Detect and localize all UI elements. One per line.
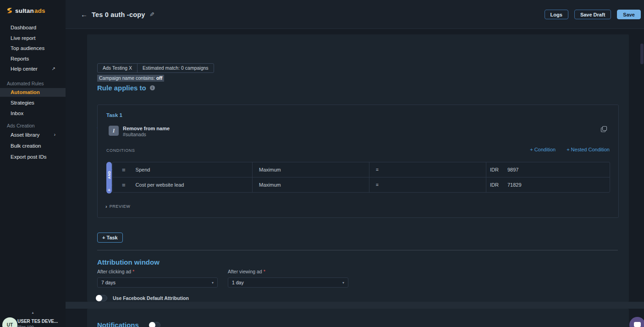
chevron-right-icon: › bbox=[54, 130, 55, 139]
add-task-button[interactable]: + Task bbox=[97, 233, 123, 243]
after-viewing-select[interactable]: 1 day ▾ bbox=[228, 277, 348, 288]
brand-logo[interactable]: sultan ads bbox=[6, 7, 45, 14]
sidebar-item-top-audiences[interactable]: Top audiences bbox=[0, 43, 66, 54]
and-operator-label: AND bbox=[107, 162, 111, 188]
sidebar-main-nav: Dashboard Live report Top audiences Repo… bbox=[0, 22, 66, 74]
sidebar-item-reports[interactable]: Reports bbox=[0, 54, 66, 64]
sidebar-item-export-post-ids[interactable]: Export post IDs bbox=[0, 152, 66, 161]
add-nested-condition-link[interactable]: + Nested Condition bbox=[567, 147, 610, 152]
title-row: ← Tes 0 auth -copy ✎ bbox=[81, 0, 154, 29]
sidebar-item-label: Asset library bbox=[11, 132, 39, 138]
campaign-filter-value: off bbox=[156, 75, 162, 81]
preview-toggle[interactable]: › PREVIEW bbox=[105, 204, 130, 209]
task-card: Task 1 I Remove from name #sultanads CON… bbox=[97, 105, 619, 218]
sidebar-item-label: Help center bbox=[11, 66, 38, 72]
duplicate-task-icon[interactable] bbox=[600, 126, 607, 134]
condition-comparator-cell[interactable]: = bbox=[369, 162, 486, 177]
condition-value-cell[interactable]: IDR 9897 bbox=[486, 162, 610, 177]
condition-links: + Condition + Nested Condition bbox=[530, 147, 610, 152]
condition-aggregation-cell[interactable]: Maximum bbox=[252, 162, 369, 177]
collapse-up-icon[interactable]: ▴ bbox=[0, 310, 66, 315]
audience-chip-match: Estimated match: 0 campaigns bbox=[137, 64, 214, 72]
action-title: Remove from name bbox=[123, 126, 170, 131]
section-label-ads-creation: Ads Creation bbox=[0, 123, 66, 128]
sidebar-item-label: Strategies bbox=[11, 100, 34, 105]
sidebar-item-asset-library[interactable]: Asset library › bbox=[0, 130, 66, 139]
sidebar-item-dashboard[interactable]: Dashboard bbox=[0, 22, 66, 33]
condition-row: ≡ Cost per website lead Maximum = IDR 71… bbox=[112, 177, 610, 193]
condition-amount: 71829 bbox=[507, 182, 522, 188]
facebook-default-attribution-row: Use Facebook Default Attribution bbox=[96, 295, 189, 301]
condition-value-cell[interactable]: IDR 71829 bbox=[486, 177, 610, 192]
sidebar-item-automation[interactable]: Automation bbox=[0, 88, 66, 97]
sidebar-item-help-center[interactable]: Help center ↗ bbox=[0, 64, 66, 74]
save-button[interactable]: Save bbox=[617, 10, 641, 19]
conditions-list: ≡ Spend Maximum = IDR 9897 ≡ Cost per we… bbox=[112, 162, 610, 193]
chevron-right-icon: › bbox=[105, 204, 107, 209]
caret-down-icon: ▾ bbox=[212, 281, 214, 285]
audience-chip[interactable]: Ads Testing X Estimated match: 0 campaig… bbox=[97, 63, 214, 73]
notifications-heading-row: Notifications bbox=[97, 321, 160, 327]
condition-amount: 9897 bbox=[507, 167, 518, 172]
sidebar: sultan ads Dashboard Live report Top aud… bbox=[0, 0, 66, 327]
condition-aggregation-value: Maximum bbox=[259, 167, 281, 172]
edit-pencil-icon[interactable]: ✎ bbox=[149, 11, 154, 18]
after-clicking-select[interactable]: 7 days ▾ bbox=[97, 277, 218, 288]
drag-handle-icon[interactable]: ≡ bbox=[122, 166, 126, 173]
condition-metric-value: Spend bbox=[136, 167, 150, 172]
condition-aggregation-cell[interactable]: Maximum bbox=[252, 177, 369, 192]
after-clicking-label-text: After clicking ad bbox=[97, 269, 132, 274]
header-buttons: Logs Save Draft Save bbox=[545, 0, 641, 29]
after-viewing-label-text: After viewing ad bbox=[228, 269, 264, 274]
condition-comparator-value: = bbox=[376, 167, 379, 172]
page-header: ← Tes 0 auth -copy ✎ Logs Save Draft Sav… bbox=[66, 0, 644, 29]
add-condition-link[interactable]: + Condition bbox=[530, 147, 556, 152]
condition-metric-cell[interactable]: ≡ Spend bbox=[113, 162, 252, 177]
sidebar-item-bulk-creation[interactable]: Bulk creation bbox=[0, 141, 66, 150]
external-link-icon: ↗ bbox=[52, 64, 55, 74]
condition-comparator-cell[interactable]: = bbox=[369, 177, 486, 192]
user-plan: Plan 100 bbox=[17, 325, 34, 327]
campaign-filter-highlight: Campaign name contains: off bbox=[97, 75, 164, 82]
add-condition-plus-icon[interactable]: + bbox=[108, 188, 110, 194]
sidebar-section-ads-creation: Ads Creation Asset library › Bulk creati… bbox=[0, 123, 66, 161]
after-viewing-label: After viewing ad * bbox=[228, 269, 265, 274]
rule-applies-heading-row: Rule applies to i bbox=[97, 84, 155, 92]
notifications-toggle[interactable] bbox=[149, 322, 160, 327]
caret-down-icon: ▾ bbox=[342, 281, 344, 285]
sidebar-item-inbox[interactable]: Inbox bbox=[0, 109, 66, 118]
toggle-knob bbox=[149, 322, 155, 327]
drag-handle-icon[interactable]: ≡ bbox=[122, 182, 126, 188]
required-asterisk: * bbox=[132, 269, 134, 274]
brand-name-right: ads bbox=[34, 7, 45, 14]
sidebar-item-label: Dashboard bbox=[11, 25, 36, 30]
condition-comparator-value: = bbox=[376, 183, 379, 188]
rule-editor-card: Rule applies to i Ads Testing X Estimate… bbox=[87, 34, 629, 302]
task-card-title: Task 1 bbox=[106, 112, 122, 118]
user-block[interactable]: ▴ UT USER TES DEVE... Plan 100 bbox=[0, 310, 66, 327]
sidebar-section-automated-rules: Automated Rules Automation Strategies In… bbox=[0, 81, 66, 118]
user-name: USER TES DEVE... bbox=[17, 319, 58, 324]
chat-launcher-button[interactable] bbox=[629, 317, 644, 327]
info-icon[interactable]: i bbox=[150, 85, 155, 90]
audience-chip-name[interactable]: Ads Testing X bbox=[98, 64, 137, 72]
conditions-label: CONDITIONS bbox=[106, 148, 135, 153]
condition-metric-cell[interactable]: ≡ Cost per website lead bbox=[113, 177, 252, 192]
required-asterisk: * bbox=[264, 269, 265, 274]
vertical-scrollbar[interactable] bbox=[640, 44, 644, 64]
back-arrow-icon[interactable]: ← bbox=[81, 11, 88, 18]
facebook-default-attribution-toggle[interactable] bbox=[96, 295, 107, 301]
after-viewing-select-value: 1 day bbox=[232, 280, 244, 285]
condition-metric-value: Cost per website lead bbox=[136, 182, 184, 188]
sidebar-item-live-report[interactable]: Live report bbox=[0, 33, 66, 44]
logs-button[interactable]: Logs bbox=[545, 10, 568, 19]
rule-applies-heading: Rule applies to bbox=[97, 84, 146, 92]
sidebar-item-label: Automation bbox=[11, 89, 40, 95]
avatar: UT bbox=[2, 317, 17, 327]
save-draft-button[interactable]: Save Draft bbox=[574, 10, 611, 19]
and-operator-pill[interactable]: AND + bbox=[106, 162, 112, 194]
sidebar-item-strategies[interactable]: Strategies bbox=[0, 99, 66, 107]
condition-row: ≡ Spend Maximum = IDR 9897 bbox=[112, 162, 610, 177]
sidebar-item-label: Reports bbox=[11, 56, 29, 61]
brand-s-icon bbox=[6, 7, 13, 14]
